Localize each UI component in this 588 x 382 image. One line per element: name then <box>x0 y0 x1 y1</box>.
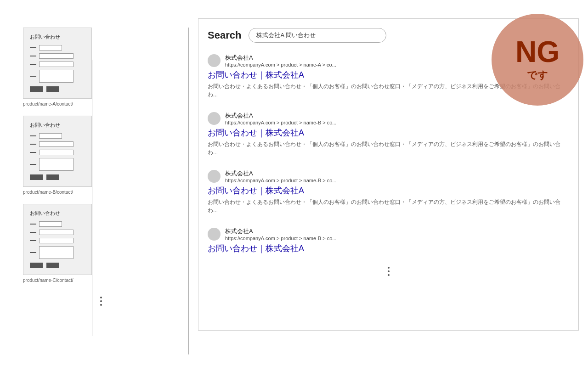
search-bar[interactable]: 株式会社A 問い合わせ <box>249 28 386 43</box>
input-medium-2-3[interactable] <box>39 150 74 155</box>
input-short-3-1[interactable] <box>39 221 62 227</box>
cards-column: お問い合わせ <box>23 28 175 283</box>
dash-3-3 <box>30 240 36 241</box>
site-name-2: 株式会社A <box>225 112 336 120</box>
site-name-3: 株式会社A <box>225 169 336 178</box>
input-medium-1-2[interactable] <box>39 53 74 59</box>
site-url-2: https://companyA.com > product > name-B … <box>225 120 336 125</box>
dash-1-4 <box>30 76 36 77</box>
form-title-3: お問い合わせ <box>30 210 85 217</box>
card-item-2: お問い合わせ <box>23 116 175 195</box>
card-item-3: お問い合わせ <box>23 204 175 283</box>
dash-2-2 <box>30 144 36 145</box>
dot-left-1 <box>100 297 102 298</box>
search-label: Search <box>208 29 241 41</box>
site-details-3: 株式会社A https://companyA.com > product > n… <box>225 169 336 183</box>
site-icon-2 <box>208 112 220 125</box>
left-panel: お問い合わせ <box>0 0 188 382</box>
site-icon-4 <box>208 228 220 241</box>
textarea-2[interactable] <box>39 158 74 171</box>
site-details-4: 株式会社A https://companyA.com > product > n… <box>225 227 336 241</box>
dash-2-1 <box>30 135 36 136</box>
dash-3-4 <box>30 252 36 253</box>
ng-main-text: NG <box>515 37 560 67</box>
site-icon-3 <box>208 170 220 183</box>
dots-left <box>23 297 175 306</box>
input-medium-2-2[interactable] <box>39 141 74 147</box>
form-row-1-1 <box>30 45 85 51</box>
result-desc-2: お問い合わせ・よくあるお問い合わせ・「個人のお客様」のお問い合わせ窓口・「メディ… <box>208 140 569 157</box>
form-row-2-2 <box>30 141 85 147</box>
dash-3-1 <box>30 224 36 225</box>
form-btn-2-2[interactable] <box>46 174 59 180</box>
result-title-2[interactable]: お問い合わせ｜株式会社A <box>208 127 569 138</box>
ng-sub-text: です <box>527 68 548 82</box>
dot-right-1 <box>388 267 390 269</box>
card-item-1: お問い合わせ <box>23 28 175 107</box>
ng-badge: NG です <box>492 14 583 106</box>
form-row-2-1 <box>30 133 85 139</box>
card-url-1: product/name-A/contact/ <box>23 101 175 107</box>
form-row-3-2 <box>30 230 85 235</box>
form-row-1-2 <box>30 53 85 59</box>
dot-left-3 <box>100 304 102 306</box>
card-url-2: product/name-B/contact/ <box>23 190 175 195</box>
form-title-1: お問い合わせ <box>30 34 85 40</box>
site-url-3: https://companyA.com > product > name-B … <box>225 178 336 183</box>
dash-2-3 <box>30 152 36 153</box>
form-row-3-1 <box>30 221 85 227</box>
form-card-3: お問い合わせ <box>23 204 92 275</box>
form-title-2: お問い合わせ <box>30 122 85 129</box>
dash-1-3 <box>30 64 36 65</box>
input-short-1-1[interactable] <box>39 45 62 51</box>
form-btn-2-1[interactable] <box>30 174 43 180</box>
site-name-1: 株式会社A <box>225 54 336 62</box>
form-buttons-2 <box>30 174 85 180</box>
input-medium-3-2[interactable] <box>39 230 74 235</box>
input-medium-3-3[interactable] <box>39 238 74 243</box>
form-row-3-4 <box>30 246 85 259</box>
form-row-2-3 <box>30 150 85 155</box>
dash-2-4 <box>30 164 36 165</box>
form-buttons-3 <box>30 263 85 268</box>
textarea-3[interactable] <box>39 246 74 259</box>
card-url-3: product/name-C/contact/ <box>23 278 175 283</box>
site-icon-1 <box>208 54 220 67</box>
form-row-1-3 <box>30 62 85 67</box>
form-buttons-1 <box>30 86 85 92</box>
dot-right-3 <box>388 274 390 276</box>
dash-1-2 <box>30 56 36 56</box>
result-site-info-2: 株式会社A https://companyA.com > product > n… <box>208 112 569 125</box>
result-site-info-3: 株式会社A https://companyA.com > product > n… <box>208 169 569 183</box>
form-card-1: お問い合わせ <box>23 28 92 99</box>
input-short-2-1[interactable] <box>39 133 62 139</box>
form-btn-3-2[interactable] <box>46 263 59 268</box>
form-row-3-3 <box>30 238 85 243</box>
form-row-1-4 <box>30 70 85 83</box>
site-details-1: 株式会社A https://companyA.com > product > n… <box>225 54 336 67</box>
result-item-4: 株式会社A https://companyA.com > product > n… <box>208 227 569 254</box>
textarea-1[interactable] <box>39 70 74 83</box>
right-panel: NG です Search 株式会社A 問い合わせ 株式会社A https://c… <box>189 0 588 382</box>
dash-3-2 <box>30 232 36 233</box>
site-url-4: https://companyA.com > product > name-B … <box>225 236 336 241</box>
form-btn-1-1[interactable] <box>30 86 43 92</box>
dots-right <box>208 267 569 276</box>
result-item-2: 株式会社A https://companyA.com > product > n… <box>208 112 569 157</box>
site-details-2: 株式会社A https://companyA.com > product > n… <box>225 112 336 125</box>
main-container: お問い合わせ <box>0 0 588 382</box>
site-name-4: 株式会社A <box>225 227 336 236</box>
dot-right-2 <box>388 270 390 272</box>
form-btn-1-2[interactable] <box>46 86 59 92</box>
form-btn-3-1[interactable] <box>30 263 43 268</box>
site-url-1: https://companyA.com > product > name-A … <box>225 62 336 67</box>
result-site-info-4: 株式会社A https://companyA.com > product > n… <box>208 227 569 241</box>
input-medium-1-3[interactable] <box>39 62 74 67</box>
form-row-2-4 <box>30 158 85 171</box>
connector-line <box>92 60 92 336</box>
result-title-3[interactable]: お問い合わせ｜株式会社A <box>208 185 569 196</box>
result-desc-3: お問い合わせ・よくあるお問い合わせ・「個人のお客様」のお問い合わせ窓口・「メディ… <box>208 198 569 214</box>
result-title-4[interactable]: お問い合わせ｜株式会社A <box>208 243 569 254</box>
dot-left-2 <box>100 300 102 302</box>
result-item-3: 株式会社A https://companyA.com > product > n… <box>208 169 569 214</box>
